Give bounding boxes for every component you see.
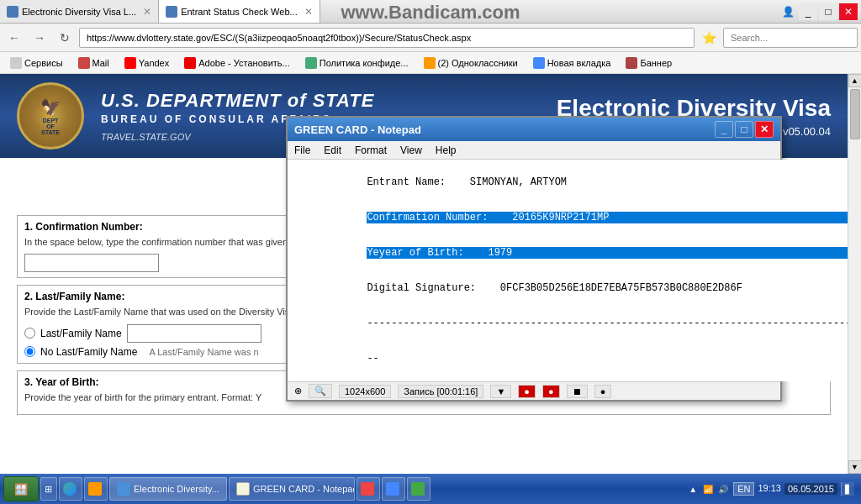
- title-bar: Electronic Diversity Visa L... ✕ Entrant…: [0, 0, 861, 24]
- bookmark-novaya[interactable]: Новая вкладка: [526, 55, 618, 71]
- back-button[interactable]: ←: [3, 27, 25, 49]
- tab-2[interactable]: Entrant Status Check Web... ✕: [159, 0, 320, 23]
- department-seal: 🦅 DEPTOFSTATE: [17, 82, 84, 150]
- taskbar-quick-folder[interactable]: [84, 477, 108, 501]
- bookmark-adobe[interactable]: Adobe - Установить...: [177, 55, 297, 71]
- clock-time: 19:13: [758, 482, 781, 495]
- taskbar-browser-label: Electronic Diversity...: [134, 484, 219, 494]
- notepad-status-record: Запись [00:01:16]: [398, 385, 483, 398]
- notepad-status-icon: ⊕: [294, 386, 302, 396]
- notepad-menu-format[interactable]: Format: [348, 143, 394, 158]
- radio-no-lastname[interactable]: [24, 346, 35, 357]
- taskbar-quick-ie-icon: [63, 482, 77, 496]
- radio-no-lastname-label: No Last/Family Name: [40, 346, 137, 358]
- scroll-thumb[interactable]: [850, 89, 860, 139]
- taskbar-items: ⊞ Electronic Diversity... GREEN CARD - N…: [40, 477, 681, 501]
- notepad-title: GREEN CARD - Notepad: [294, 123, 715, 136]
- bookmark-yandex[interactable]: Yandex: [118, 55, 177, 71]
- taskbar-quick-show-desktop[interactable]: ⊞: [40, 477, 57, 501]
- taskbar-browser[interactable]: Electronic Diversity...: [109, 477, 227, 501]
- no-lastname-note: A Last/Family Name was n: [149, 347, 258, 357]
- notepad-record-indicator: ●: [518, 385, 536, 398]
- bookmark-mail-icon: [78, 57, 90, 69]
- go-button[interactable]: ⭐: [698, 27, 720, 49]
- notepad-close[interactable]: ✕: [755, 121, 774, 138]
- account-icon-btn[interactable]: 👤: [779, 3, 797, 20]
- notepad-minimize[interactable]: _: [715, 121, 733, 138]
- reload-button[interactable]: ↻: [54, 27, 76, 49]
- scroll-up-arrow[interactable]: ▲: [848, 74, 862, 87]
- bookmark-yandex-icon: [124, 57, 136, 69]
- tray-volume-icon: 🔊: [716, 482, 730, 496]
- bookmark-baner[interactable]: Баннер: [619, 55, 679, 71]
- bookmark-politika[interactable]: Политика конфиде...: [298, 55, 415, 71]
- v-scrollbar[interactable]: ▲ ▼: [848, 74, 861, 474]
- notepad-titlebar: GREEN CARD - Notepad _ □ ✕: [288, 118, 780, 141]
- notepad-record-btn[interactable]: ●: [542, 385, 560, 398]
- tab-1-favicon: [7, 6, 18, 18]
- tab-1-label: Electronic Diversity Visa L...: [22, 7, 136, 17]
- bookmark-novaya-label: Новая вкладка: [547, 58, 611, 68]
- notepad-menu-view[interactable]: View: [394, 143, 429, 158]
- tab-1-close[interactable]: ✕: [143, 6, 151, 18]
- notepad-win-controls: _ □ ✕: [715, 121, 774, 138]
- taskbar-quick-ie[interactable]: [59, 477, 82, 501]
- minimize-button[interactable]: _: [799, 3, 817, 20]
- lastname-input[interactable]: [127, 324, 261, 343]
- main-scroll-area[interactable]: 🦅 DEPTOFSTATE U.S. DEPARTMENT of STATE B…: [0, 74, 848, 474]
- language-button[interactable]: EN: [733, 482, 754, 496]
- bookmarks-bar: Сервисы Mail Yandex Adobe - Установить..…: [0, 52, 861, 74]
- bookmark-servisy-icon: [10, 57, 22, 69]
- taskbar-notepad[interactable]: GREEN CARD - Notepad: [229, 477, 355, 501]
- taskbar-notepad-label: GREEN CARD - Notepad: [253, 484, 355, 494]
- notepad-menu-file[interactable]: File: [288, 143, 317, 158]
- search-bar[interactable]: [723, 28, 858, 48]
- systray: ▲ 📶 🔊: [686, 482, 730, 496]
- taskbar-winamp2[interactable]: [382, 477, 405, 501]
- notepad-status-resolution: 861x504: [339, 385, 391, 398]
- taskbar-media3[interactable]: [407, 477, 430, 501]
- scroll-down-arrow[interactable]: ▼: [848, 460, 862, 474]
- start-icon: 🪟: [14, 483, 28, 496]
- show-desktop-icon[interactable]: ▋: [841, 482, 854, 496]
- tab-2-close[interactable]: ✕: [304, 6, 313, 18]
- close-button[interactable]: ✕: [839, 3, 858, 20]
- notepad-line-6: --: [367, 353, 378, 365]
- notepad-line-1: Entrant Name: SIMONYAN, ARTYOM: [367, 176, 567, 188]
- radio-lastname[interactable]: [24, 328, 35, 339]
- window-controls: 👤 _ □ ✕: [779, 0, 861, 23]
- notepad-line-5: ----------------------------------------…: [367, 318, 848, 329]
- address-bar[interactable]: [79, 28, 695, 48]
- bookmark-odnoklassniki[interactable]: (2) Одноклассники: [417, 55, 525, 71]
- bookmark-mail-label: Mail: [92, 58, 109, 68]
- scroll-track[interactable]: [848, 87, 861, 460]
- maximize-button[interactable]: □: [819, 3, 837, 20]
- bookmark-yandex-label: Yandex: [139, 58, 170, 68]
- start-button[interactable]: 🪟: [3, 476, 39, 501]
- notepad-line-2-highlighted: Confirmation Number: 20165K9NRP2171MP: [367, 212, 848, 223]
- taskbar-quick-folder-icon: [88, 482, 102, 496]
- notepad-maximize[interactable]: □: [735, 121, 753, 138]
- tab-1[interactable]: Electronic Diversity Visa L... ✕: [0, 0, 159, 23]
- tray-network-icon: 📶: [701, 482, 715, 496]
- browser-content: 🦅 DEPTOFSTATE U.S. DEPARTMENT of STATE B…: [0, 74, 861, 474]
- notepad-menu: File Edit Format View Help: [288, 141, 780, 160]
- browser-window: www.Bandicam.com Electronic Diversity Vi…: [0, 0, 861, 504]
- bookmark-odnoklassniki-icon: [424, 57, 436, 69]
- taskbar-winamp1[interactable]: [357, 477, 380, 501]
- bookmark-baner-label: Баннер: [640, 58, 672, 68]
- bookmark-servisy-label: Сервисы: [24, 58, 63, 68]
- taskbar-browser-icon: [117, 482, 130, 496]
- bookmark-servisy[interactable]: Сервисы: [3, 55, 70, 71]
- confirmation-input[interactable]: [24, 254, 159, 272]
- navbar: ← → ↻ ⭐: [0, 24, 861, 52]
- notepad-menu-edit[interactable]: Edit: [317, 143, 348, 158]
- forward-button[interactable]: →: [29, 27, 50, 49]
- bookmark-mail[interactable]: Mail: [71, 55, 116, 71]
- notepad-menu-help[interactable]: Help: [429, 143, 463, 158]
- notepad-statusbar: ⊕ 🔍 861x504 Запись [00:01:16] ▼ ● ● ⏹ ●: [288, 381, 780, 400]
- notepad-content[interactable]: Entrant Name: SIMONYAN, ARTYOM Confirmat…: [288, 160, 848, 381]
- notepad-status-extra2: ●: [594, 385, 612, 398]
- system-clock: 19:13: [758, 482, 781, 495]
- bookmark-baner-icon: [626, 57, 637, 69]
